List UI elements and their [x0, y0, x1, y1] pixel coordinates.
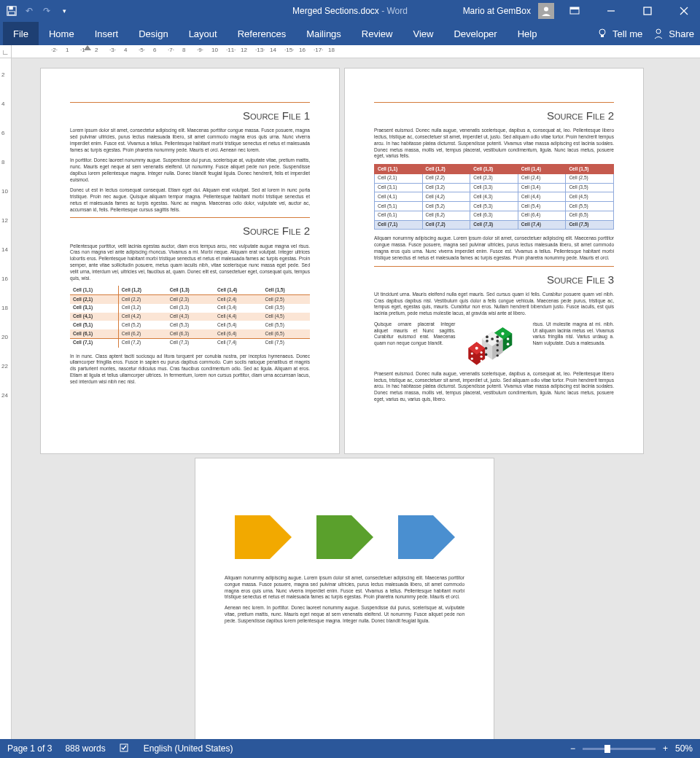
indent-marker-icon[interactable] [84, 45, 91, 50]
body-text: Aenean nec lorem. In porttitor. Donec la… [225, 605, 464, 624]
table-header-cell: Cell (1,2) [422, 165, 470, 174]
zoom-slider-thumb[interactable] [604, 745, 610, 753]
share-label: Share [669, 28, 694, 39]
minimize-icon[interactable] [595, 0, 627, 22]
table-cell: Cell (4,5) [262, 313, 310, 321]
status-page[interactable]: Page 1 of 3 [7, 743, 52, 754]
spellcheck-icon[interactable] [119, 743, 131, 755]
user-name[interactable]: Mario at GemBox [463, 6, 534, 16]
zoom-out-icon[interactable]: − [570, 743, 575, 754]
svg-rect-1 [9, 7, 13, 9]
table-cell: Cell (4,3) [167, 313, 214, 321]
page-3[interactable]: Aliquam nonummy adipiscing augue. Lorem … [195, 458, 494, 739]
table-cell: Cell (4,4) [214, 313, 262, 321]
tab-insert[interactable]: Insert [85, 22, 129, 45]
table-cell: Cell (6,4) [214, 329, 262, 338]
status-word-count[interactable]: 888 words [65, 743, 105, 754]
tab-review[interactable]: Review [351, 22, 403, 45]
ruler-tick: 18 [1, 305, 8, 311]
table-cell: Cell (4,1) [375, 192, 423, 202]
tab-help[interactable]: Help [508, 22, 548, 45]
ruler-tick: 16 [1, 276, 8, 282]
table-cell: Cell (6,3) [470, 211, 518, 220]
table-blue[interactable]: Cell (1,1)Cell (1,2)Cell (1,3)Cell (1,4)… [374, 164, 614, 230]
table-cell: Cell (3,4) [214, 304, 262, 313]
svg-point-39 [480, 356, 482, 358]
table-header-cell: Cell (1,3) [470, 165, 518, 174]
tab-selector-icon[interactable]: ∟ [0, 45, 12, 58]
table-cell: Cell (3,2) [118, 304, 166, 313]
table-cell: Cell (5,3) [470, 202, 518, 211]
tell-me-label: Tell me [612, 28, 642, 39]
table-cell: Cell (5,2) [422, 202, 470, 211]
table-cell: Cell (7,1) [70, 338, 118, 347]
maximize-icon[interactable] [631, 0, 664, 22]
table-orange[interactable]: Cell (1,1)Cell (1,2)Cell (1,3)Cell (1,4)… [70, 286, 310, 347]
tab-home[interactable]: Home [39, 22, 85, 45]
tab-mailings[interactable]: Mailings [296, 22, 351, 45]
table-cell: Cell (3,1) [375, 183, 423, 192]
body-text: risus. Ut molestie magna at mi. nibh. Ut… [533, 321, 615, 347]
table-cell: Cell (4,5) [566, 192, 614, 202]
redo-icon[interactable]: ↷ [41, 5, 52, 17]
tab-design[interactable]: Design [128, 22, 178, 45]
body-text: In porttitor. Donec laoreet nonummy augu… [70, 157, 310, 183]
undo-icon[interactable]: ↶ [23, 5, 35, 17]
table-cell: Cell (7,2) [422, 220, 470, 230]
table-cell: Cell (7,5) [566, 220, 614, 230]
ruler-tick: ·2· [51, 47, 58, 53]
table-cell: Cell (5,2) [118, 321, 166, 329]
svg-point-40 [480, 359, 482, 362]
svg-line-9 [680, 7, 688, 15]
avatar[interactable] [538, 3, 554, 19]
svg-point-10 [599, 29, 605, 35]
svg-line-8 [680, 7, 688, 15]
arrow-shape [316, 515, 373, 559]
tab-references[interactable]: References [228, 22, 296, 45]
svg-point-25 [496, 335, 499, 338]
table-cell: Cell (2,4) [214, 295, 262, 304]
zoom-slider[interactable] [583, 748, 656, 750]
share-button[interactable]: Share [653, 28, 694, 39]
table-cell: Cell (6,1) [70, 329, 118, 338]
table-cell: Cell (2,1) [375, 173, 423, 183]
ruler-tick: ·9· [197, 47, 203, 53]
ribbon-display-options-icon[interactable] [559, 0, 591, 22]
table-cell: Cell (5,5) [566, 202, 614, 211]
tell-me-search[interactable]: Tell me [596, 28, 642, 39]
vertical-ruler[interactable]: 24681012141618202224 [0, 58, 12, 739]
ruler-tick: 2 [95, 47, 98, 53]
svg-rect-11 [601, 35, 604, 37]
body-text: Pellentesque porttitor, velit lacinia eg… [70, 243, 310, 282]
heading-source-file-2: Source File 2 [70, 217, 310, 238]
tab-file[interactable]: File [3, 22, 39, 45]
zoom-in-icon[interactable]: + [663, 743, 668, 754]
table-cell: Cell (6,5) [566, 211, 614, 220]
table-cell: Cell (5,3) [167, 321, 214, 329]
tab-layout[interactable]: Layout [179, 22, 228, 45]
page-1[interactable]: Source File 1 Lorem ipsum dolor sit amet… [41, 69, 339, 453]
close-icon[interactable] [668, 0, 700, 22]
page-2[interactable]: Source File 2 Praesent euismod. Donec nu… [345, 69, 643, 453]
zoom-percent[interactable]: 50% [675, 743, 693, 754]
horizontal-ruler[interactable]: ∟ ·2·1·1·2·3·4·5·6·7·8·9·10·11·12·13·14·… [0, 45, 700, 58]
status-bar: Page 1 of 3 888 words English (United St… [0, 739, 700, 758]
document-area[interactable]: Source File 1 Lorem ipsum dolor sit amet… [12, 58, 700, 739]
svg-rect-5 [570, 7, 579, 9]
tab-developer[interactable]: Developer [443, 22, 507, 45]
table-cell: Cell (5,5) [262, 321, 310, 329]
table-cell: Cell (7,3) [470, 220, 518, 230]
save-icon[interactable] [6, 5, 18, 17]
qat-customize-icon[interactable]: ▾ [58, 5, 70, 17]
tab-view[interactable]: View [402, 22, 443, 45]
ruler-tick: ·5· [139, 47, 145, 53]
svg-point-31 [496, 349, 498, 351]
body-text: In in nunc. Class aptent taciti sociosqu… [70, 353, 310, 386]
ruler-tick: ·17· [314, 47, 323, 53]
svg-point-19 [506, 343, 509, 345]
ruler-tick: 10 [1, 188, 8, 195]
table-cell: Cell (4,3) [470, 192, 518, 202]
table-cell: Cell (7,2) [118, 338, 166, 347]
table-header-cell: Cell (1,4) [214, 286, 262, 294]
status-language[interactable]: English (United States) [144, 743, 233, 754]
